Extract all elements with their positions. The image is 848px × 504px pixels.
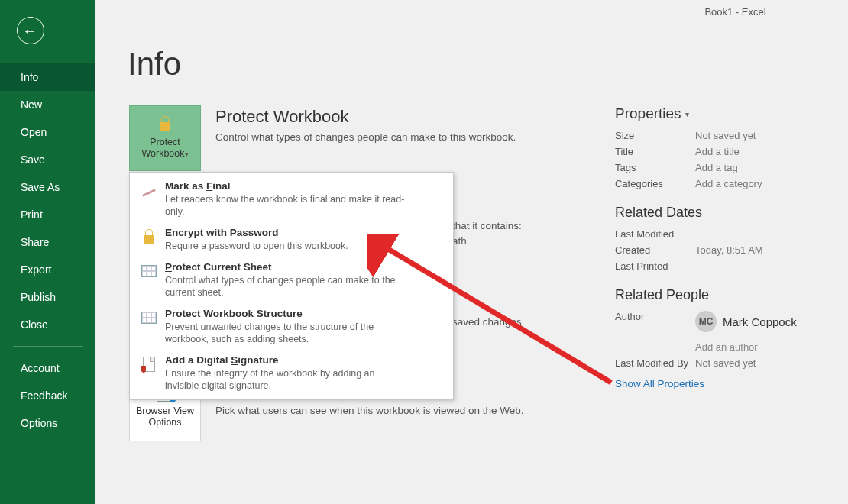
nav-item-share[interactable]: Share	[0, 228, 95, 256]
prop-row-title[interactable]: Title Add a title	[615, 146, 844, 157]
menu-title: Protect Current Sheet	[165, 261, 409, 273]
avatar: MC	[695, 311, 717, 332]
menu-mark-as-final[interactable]: Mark as Final Let readers know the workb…	[130, 176, 453, 222]
nav-item-publish[interactable]: Publish	[0, 283, 95, 311]
menu-desc: Control what types of changes people can…	[165, 274, 409, 299]
menu-title: Mark as Final	[165, 180, 409, 192]
nav-item-print[interactable]: Print	[0, 201, 95, 228]
prop-row-size: Size Not saved yet	[615, 130, 844, 141]
browser-view-section: Pick what users can see when this workbo…	[215, 400, 643, 416]
nav-item-save[interactable]: Save	[0, 146, 95, 173]
nav-item-info[interactable]: Info	[0, 63, 95, 91]
lock-key-icon	[139, 227, 159, 247]
brush-icon	[139, 180, 159, 200]
menu-protect-sheet[interactable]: Protect Current Sheet Control what types…	[130, 257, 453, 303]
nav-item-export[interactable]: Export	[0, 256, 95, 283]
protect-section-title: Protect Workbook	[215, 107, 643, 127]
lock-icon	[160, 116, 170, 131]
menu-digital-signature[interactable]: Add a Digital Signature Ensure the integ…	[130, 350, 453, 396]
nav-item-close[interactable]: Close	[0, 311, 95, 338]
page-heading: Info	[128, 46, 181, 82]
structure-lock-icon	[139, 308, 159, 328]
sheet-lock-icon	[139, 261, 159, 281]
menu-title: Add a Digital Signature	[165, 354, 409, 366]
related-people-heading: Related People	[615, 287, 844, 303]
show-all-properties-link[interactable]: Show All Properties	[615, 378, 844, 389]
menu-encrypt-password[interactable]: Encrypt with Password Require a password…	[130, 222, 453, 257]
prop-row-last-modified: Last Modified	[615, 228, 844, 240]
nav-item-new[interactable]: New	[0, 91, 95, 118]
protect-tile-label: Protect Workbook▾	[141, 137, 188, 160]
nav-item-save-as[interactable]: Save As	[0, 173, 95, 201]
content-area: Book1 - Excel Info Protect Workbook▾ ↖ P…	[95, 0, 848, 504]
prop-row-categories[interactable]: Categories Add a category	[615, 178, 844, 189]
prop-row-tags[interactable]: Tags Add a tag	[615, 162, 844, 173]
menu-desc: Require a password to open this workbook…	[165, 240, 348, 252]
nav-primary: Info New Open Save Save As Print Share E…	[0, 63, 95, 437]
properties-heading[interactable]: Properties ▾	[615, 105, 844, 122]
properties-pane: Properties ▾ Size Not saved yet Title Ad…	[615, 105, 844, 389]
prop-row-last-modified-by: Last Modified By Not saved yet	[615, 357, 844, 369]
author-block[interactable]: MC Mark Coppock	[695, 311, 797, 332]
back-arrow-icon: ←	[22, 22, 37, 40]
menu-protect-structure[interactable]: Protect Workbook Structure Prevent unwan…	[130, 303, 453, 350]
browser-tile-label: Browser View Options	[136, 405, 194, 428]
menu-desc: Prevent unwanted changes to the structur…	[165, 321, 409, 345]
prop-row-last-printed: Last Printed	[615, 260, 844, 272]
menu-desc: Let readers know the workbook is final a…	[165, 193, 409, 218]
related-dates-heading: Related Dates	[615, 205, 844, 221]
author-name: Mark Coppock	[723, 315, 797, 328]
menu-title: Protect Workbook Structure	[165, 308, 409, 319]
prop-row-author: Author MC Mark Coppock	[615, 311, 844, 332]
menu-desc: Ensure the integrity of the workbook by …	[165, 367, 409, 392]
nav-item-open[interactable]: Open	[0, 118, 95, 146]
prop-row-add-author[interactable]: Add an author	[615, 337, 844, 353]
protect-workbook-tile[interactable]: Protect Workbook▾ ↖	[129, 105, 201, 171]
prop-row-created: Created Today, 8:51 AM	[615, 244, 844, 256]
protect-section-desc: Control what types of changes people can…	[215, 131, 643, 143]
browser-view-desc: Pick what users can see when this workbo…	[215, 405, 643, 416]
back-button[interactable]: ←	[17, 17, 44, 44]
chevron-down-icon: ▾	[685, 110, 689, 118]
nav-item-account[interactable]: Account	[0, 354, 95, 382]
window-title: Book1 - Excel	[95, 6, 848, 18]
protect-workbook-menu: Mark as Final Let readers know the workb…	[129, 172, 454, 400]
protect-section: Protect Workbook Control what types of c…	[215, 107, 643, 143]
signature-icon	[139, 354, 159, 374]
nav-divider	[13, 346, 83, 347]
nav-item-options[interactable]: Options	[0, 409, 95, 437]
menu-title: Encrypt with Password	[165, 227, 348, 238]
backstage-sidebar: ← Info New Open Save Save As Print Share…	[0, 0, 95, 504]
nav-item-feedback[interactable]: Feedback	[0, 382, 95, 409]
